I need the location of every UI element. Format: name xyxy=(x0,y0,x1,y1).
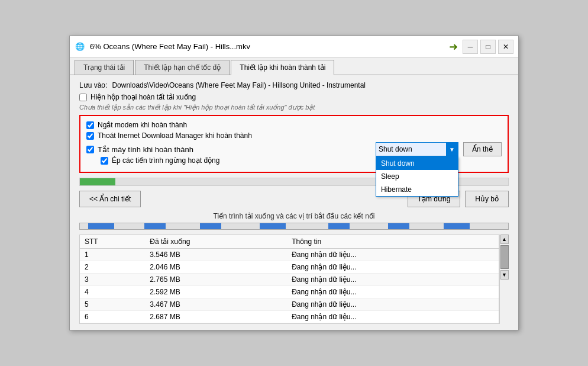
title-bar: 🌐 6% Oceans (Where Feet May Fail) - Hill… xyxy=(70,36,518,57)
scrollbar-down-arrow[interactable]: ▼ xyxy=(500,270,509,280)
note-text: Chưa thiết lập sẵn các thiết lập khi "Hi… xyxy=(79,104,509,111)
shutdown-row: Tắt máy tính khi hoàn thành Shut down ▼ … xyxy=(86,142,502,156)
cell-info: Đang nhận dữ liệu... xyxy=(287,311,499,323)
cell-stt: 3 xyxy=(80,274,145,286)
dropdown-selected-text: Shut down xyxy=(379,145,455,153)
cell-info: Đang nhận dữ liệu... xyxy=(287,298,499,311)
main-window: 🌐 6% Oceans (Where Feet May Fail) - Hill… xyxy=(69,36,519,330)
table-row: 1 3.546 MB Đang nhận dữ liệu... xyxy=(80,249,499,261)
dropdown-item-shutdown[interactable]: Shut down xyxy=(376,157,458,170)
checkbox4-label: Ép các tiến trình ngừng hoạt động xyxy=(112,156,219,165)
cell-downloaded: 2.765 MB xyxy=(145,274,287,286)
scrollbar-thumb[interactable] xyxy=(500,245,509,269)
checkbox3-label: Tắt máy tính khi hoàn thành xyxy=(98,145,193,154)
table-row: 3 2.765 MB Đang nhận dữ liệu... xyxy=(80,274,499,286)
dropdown-item-sleep[interactable]: Sleep xyxy=(376,170,458,183)
checkbox3[interactable] xyxy=(86,146,94,153)
cell-info: Đang nhận dữ liệu... xyxy=(287,286,499,298)
app-icon: 🌐 xyxy=(75,41,85,52)
col-downloaded: Đã tải xuống xyxy=(145,235,287,249)
save-path: Downloads\Video\Oceans (Where Feet May F… xyxy=(112,81,366,89)
progress-bar-fill xyxy=(80,178,115,185)
tab-thiet-lap-han[interactable]: Thiết lập hạn chế tốc độ xyxy=(135,60,230,75)
cell-stt: 6 xyxy=(80,311,145,323)
scrollbar-up-arrow[interactable]: ▲ xyxy=(500,235,509,244)
cell-downloaded: 2.592 MB xyxy=(145,286,287,298)
show-dialog-checkbox[interactable] xyxy=(79,94,87,101)
segment-2 xyxy=(144,223,166,229)
col-stt: STT xyxy=(80,235,145,249)
cell-info: Đang nhận dữ liệu... xyxy=(287,274,499,286)
checkbox2[interactable] xyxy=(86,132,94,140)
an-chi-tiet-button[interactable]: << Ẩn chi tiết xyxy=(79,191,141,207)
cell-downloaded: 2.687 MB xyxy=(145,311,287,323)
shutdown-controls: Shut down ▼ Shut down Sleep Hibernate Ẩn… xyxy=(376,142,502,156)
shutdown-dropdown[interactable]: Shut down ▼ xyxy=(376,142,458,156)
table-header-row: STT Đã tải xuống Thông tin xyxy=(80,235,499,249)
cell-downloaded: 3.546 MB xyxy=(145,249,287,261)
show-dialog-row: Hiện hộp thoại hoàn tất tải xuống xyxy=(79,93,509,101)
table-row: 4 2.592 MB Đang nhận dữ liệu... xyxy=(80,286,499,298)
an-the-button[interactable]: Ẩn thẻ xyxy=(463,142,502,156)
segment-7 xyxy=(444,223,469,229)
save-row: Lưu vào: Downloads\Video\Oceans (Where F… xyxy=(79,81,509,89)
dropdown-arrow-icon: ▼ xyxy=(446,143,458,156)
checkbox1-label: Ngắt modem khi hoàn thành xyxy=(98,121,187,129)
segment-5 xyxy=(328,223,350,229)
tab-thiet-lap-hoan[interactable]: Thiết lập khi hoàn thành tải xyxy=(231,60,334,75)
shutdown-left: Tắt máy tính khi hoàn thành xyxy=(86,145,193,154)
cell-downloaded: 2.046 MB xyxy=(145,261,287,274)
segment-bar xyxy=(79,223,509,230)
tab-trang-thai[interactable]: Trạng thái tải xyxy=(75,60,134,75)
dropdown-menu: Shut down Sleep Hibernate xyxy=(376,156,458,197)
segment-6 xyxy=(388,223,409,229)
checkbox4[interactable] xyxy=(101,157,108,165)
maximize-button[interactable]: □ xyxy=(480,40,496,54)
cell-info: Đang nhận dữ liệu... xyxy=(287,261,499,274)
data-table: STT Đã tải xuống Thông tin 1 3.546 MB Đa… xyxy=(80,235,499,323)
table-row: 5 3.467 MB Đang nhận dữ liệu... xyxy=(80,298,499,311)
save-label: Lưu vào: xyxy=(79,81,107,89)
cell-stt: 4 xyxy=(80,286,145,298)
checkbox2-row: Thoát Inernet Download Manager khi hoàn … xyxy=(86,131,502,140)
segment-3 xyxy=(200,223,221,229)
checkbox2-label: Thoát Inernet Download Manager khi hoàn … xyxy=(98,131,252,140)
table-area: STT Đã tải xuống Thông tin 1 3.546 MB Đa… xyxy=(79,235,499,324)
huy-bo-button[interactable]: Hủy bỏ xyxy=(465,191,509,207)
options-box: Ngắt modem khi hoàn thành Thoát Inernet … xyxy=(79,115,509,173)
minimize-button[interactable]: ─ xyxy=(463,40,478,54)
col-info: Thông tin xyxy=(287,235,499,249)
checkbox1-row: Ngắt modem khi hoàn thành xyxy=(86,121,502,129)
checkbox1[interactable] xyxy=(86,121,94,129)
cell-info: Đang nhận dữ liệu... xyxy=(287,249,499,261)
table-row: 2 2.046 MB Đang nhận dữ liệu... xyxy=(80,261,499,274)
window-controls: ─ □ ✕ xyxy=(463,40,513,54)
content-area: Lưu vào: Downloads\Video\Oceans (Where F… xyxy=(70,75,518,330)
table-wrapper: STT Đã tải xuống Thông tin 1 3.546 MB Đa… xyxy=(79,235,499,324)
table-scroll-area: STT Đã tải xuống Thông tin 1 3.546 MB Đa… xyxy=(79,235,509,324)
segment-1 xyxy=(88,223,114,229)
table-scrollbar[interactable]: ▲ ▼ xyxy=(499,235,509,324)
cell-stt: 1 xyxy=(80,249,145,261)
dropdown-item-hibernate[interactable]: Hibernate xyxy=(376,183,458,196)
cell-stt: 2 xyxy=(80,261,145,274)
shutdown-dropdown-wrapper: Shut down ▼ Shut down Sleep Hibernate xyxy=(376,142,458,156)
cell-downloaded: 3.467 MB xyxy=(145,298,287,311)
tab-bar: Trạng thái tải Thiết lập hạn chế tốc độ … xyxy=(70,57,518,75)
window-title: 6% Oceans (Where Feet May Fail) - Hills.… xyxy=(90,42,449,51)
close-button[interactable]: ✕ xyxy=(498,40,513,54)
table-row: 6 2.687 MB Đang nhận dữ liệu... xyxy=(80,311,499,323)
cell-stt: 5 xyxy=(80,298,145,311)
segment-4 xyxy=(260,223,285,229)
progress-info-text: Tiến trình tải xuống và các vị trí bắt đ… xyxy=(79,212,509,220)
show-dialog-label: Hiện hộp thoại hoàn tất tải xuống xyxy=(91,93,196,101)
arrow-icon: ➜ xyxy=(449,40,458,53)
